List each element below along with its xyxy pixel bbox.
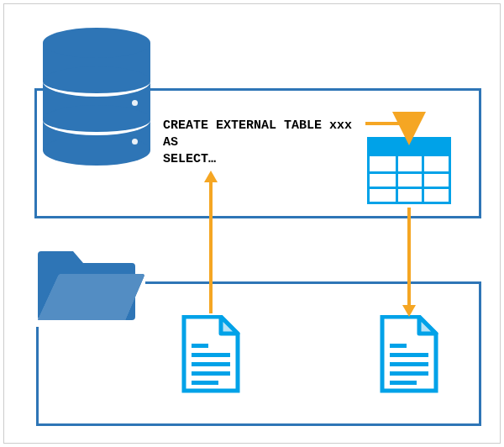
arrow-source-to-sql (4, 4, 504, 447)
diagram-canvas: CREATE EXTERNAL TABLE xxx AS SELECT… (3, 3, 501, 444)
